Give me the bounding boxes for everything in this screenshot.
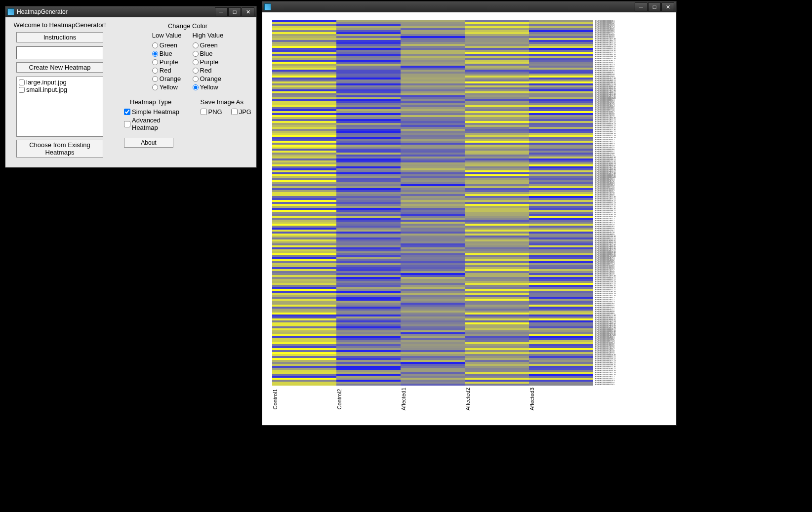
radio-label: Red — [160, 67, 171, 74]
radio-label: Green — [160, 41, 177, 49]
heatmap-viewer-window: ─ □ ✕ ENSG00000000003.1ENSG00000000005.2… — [262, 1, 677, 426]
heatmap-area: ENSG00000000003.1ENSG00000000005.2ENSG00… — [272, 20, 659, 425]
radio-label: Green — [200, 41, 218, 49]
minimize-button[interactable]: ─ — [635, 2, 648, 11]
save-png-check[interactable]: PNG — [201, 108, 222, 116]
welcome-label: Welcome to HeatmapGenerator! — [10, 21, 109, 29]
radio-label: Yellow — [200, 83, 218, 91]
file-name: large.input.jpg — [26, 79, 67, 86]
radio-input[interactable] — [152, 84, 158, 90]
about-button[interactable]: About — [124, 138, 173, 148]
radio-label: Yellow — [160, 83, 178, 91]
radio-input[interactable] — [152, 51, 158, 57]
heatmap-cell — [272, 384, 336, 386]
titlebar[interactable]: HeatmapGenerator ─ □ ✕ — [5, 6, 256, 17]
simple-heatmap-checkbox[interactable] — [124, 109, 130, 115]
list-item[interactable]: large.input.jpg — [18, 79, 102, 86]
list-item[interactable]: small.input.jpg — [18, 86, 102, 93]
choose-existing-button[interactable]: Choose from Existing Heatmaps — [16, 140, 103, 158]
heatmap-cell — [529, 384, 593, 386]
save-image-header: Save Image As — [201, 98, 251, 106]
heatmap-row — [272, 384, 593, 386]
column-label: Affected2 — [465, 388, 529, 410]
radio-input[interactable] — [193, 59, 199, 65]
save-png-label: PNG — [208, 108, 222, 116]
heatmap-cell — [401, 384, 465, 386]
radio-input[interactable] — [152, 42, 158, 48]
high-red-radio[interactable]: Red — [193, 66, 224, 75]
save-jpg-check[interactable]: JPG — [231, 108, 251, 116]
high-orange-radio[interactable]: Orange — [193, 75, 224, 83]
radio-label: Blue — [200, 50, 213, 57]
existing-heatmaps-list[interactable]: large.input.jpgsmall.input.jpg — [16, 77, 103, 137]
radio-input[interactable] — [193, 76, 199, 82]
viewer-titlebar[interactable]: ─ □ ✕ — [262, 1, 676, 12]
save-jpg-label: JPG — [239, 108, 251, 116]
advanced-heatmap-label: Advanced Heatmap — [132, 117, 186, 131]
heatmap-type-header: Heatmap Type — [130, 98, 186, 106]
radio-label: Orange — [160, 75, 181, 82]
column-label: Affected1 — [401, 388, 465, 410]
low-blue-radio[interactable]: Blue — [152, 49, 182, 58]
viewer-body: ENSG00000000003.1ENSG00000000005.2ENSG00… — [262, 12, 676, 425]
file-checkbox[interactable] — [19, 79, 25, 85]
high-blue-radio[interactable]: Blue — [193, 49, 224, 58]
column-label: Affected3 — [529, 388, 593, 410]
high-yellow-radio[interactable]: Yellow — [193, 83, 224, 91]
heatmap-chart — [272, 20, 593, 386]
close-button[interactable]: ✕ — [242, 7, 254, 16]
heatmap-generator-window: HeatmapGenerator ─ □ ✕ Welcome to Heatma… — [5, 6, 257, 168]
radio-input[interactable] — [152, 68, 158, 74]
low-yellow-radio[interactable]: Yellow — [152, 83, 182, 91]
radio-label: Blue — [160, 50, 172, 57]
low-green-radio[interactable]: Green — [152, 41, 182, 49]
radio-input[interactable] — [193, 42, 199, 48]
heatmap-cell — [336, 384, 401, 386]
radio-input[interactable] — [193, 84, 199, 90]
radio-label: Purple — [160, 58, 178, 66]
low-value-header: Low Value — [152, 32, 182, 39]
heatmap-column-labels: Control1Control2Affected1Affected2Affect… — [272, 388, 593, 410]
column-label: Control1 — [272, 388, 336, 410]
save-jpg-checkbox[interactable] — [231, 109, 238, 115]
simple-heatmap-check[interactable]: Simple Heatmap — [124, 108, 186, 116]
app-icon — [264, 3, 271, 10]
column-label: Control2 — [336, 388, 401, 410]
low-orange-radio[interactable]: Orange — [152, 75, 182, 83]
low-purple-radio[interactable]: Purple — [152, 58, 182, 66]
radio-input[interactable] — [193, 68, 199, 74]
name-input[interactable] — [16, 46, 103, 59]
radio-label: Purple — [200, 58, 219, 66]
advanced-heatmap-check[interactable]: Advanced Heatmap — [124, 116, 186, 132]
row-label: ENSG00000000419.5 — [595, 384, 659, 386]
high-green-radio[interactable]: Green — [193, 41, 224, 49]
instructions-button[interactable]: Instructions — [16, 32, 103, 42]
radio-label: Red — [200, 67, 212, 74]
maximize-button[interactable]: □ — [648, 2, 661, 11]
advanced-heatmap-checkbox[interactable] — [124, 121, 130, 127]
maximize-button[interactable]: □ — [228, 7, 241, 16]
save-png-checkbox[interactable] — [201, 109, 207, 115]
high-purple-radio[interactable]: Purple — [193, 58, 224, 66]
radio-input[interactable] — [152, 76, 158, 82]
heatmap-cell — [465, 384, 529, 386]
change-color-header: Change Color — [124, 22, 251, 30]
radio-input[interactable] — [193, 51, 199, 57]
radio-input[interactable] — [152, 59, 158, 65]
low-red-radio[interactable]: Red — [152, 66, 182, 75]
radio-label: Orange — [200, 75, 221, 82]
close-button[interactable]: ✕ — [661, 2, 674, 11]
simple-heatmap-label: Simple Heatmap — [132, 108, 179, 116]
create-heatmap-button[interactable]: Create New Heatmap — [16, 62, 103, 73]
file-checkbox[interactable] — [19, 87, 25, 93]
window-title: HeatmapGenerator — [17, 8, 215, 15]
window-body: Welcome to HeatmapGenerator! Instruction… — [5, 17, 256, 167]
minimize-button[interactable]: ─ — [215, 7, 228, 16]
high-value-header: High Value — [193, 32, 224, 39]
heatmap-row-labels: ENSG00000000003.1ENSG00000000005.2ENSG00… — [595, 20, 659, 386]
app-icon — [7, 8, 14, 15]
file-name: small.input.jpg — [26, 86, 67, 93]
